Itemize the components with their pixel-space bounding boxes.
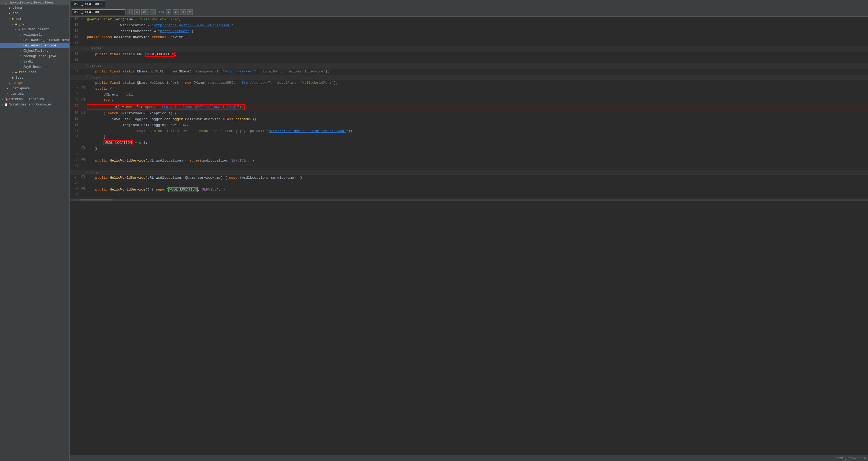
java-icon: C (18, 54, 23, 58)
sidebar-item-helloworld-port[interactable]: C HelloWorld_HelloWorldPort_Client (0, 37, 69, 43)
status-bar: CSDN @ zitwe.cn.# (70, 455, 868, 461)
sidebar-item-package[interactable]: ▾ ◉ ws.demo.client (0, 27, 69, 32)
tab-close-button[interactable]: ✕ (100, 3, 102, 6)
code-line-32: 32 .log(java.util.logging.Level.INFO, (70, 122, 868, 128)
line-num-21: 21 (70, 40, 81, 45)
search-case-button[interactable]: Cc (141, 9, 149, 15)
code-line-31: 31 java.util.logging.Logger.getLogger(He… (70, 116, 868, 122)
sidebar-item-gitignore[interactable]: ■ .gitignore (0, 86, 69, 91)
code-line-26: 26 static { (70, 86, 868, 92)
scratches-icon: 📋 (4, 103, 8, 107)
code-line-41: 41 (70, 164, 868, 170)
sidebar-item-label: jaxws_factory_bean_client (9, 1, 53, 4)
line-num-31: 31 (70, 116, 81, 121)
sidebar-item-packageinfo[interactable]: C package-info.java (0, 54, 69, 59)
sidebar-item-label: ObjectFactory (23, 49, 49, 53)
gutter-28 (81, 98, 86, 102)
sidebar-item-sayhiresponse[interactable]: C SayHiResponse (0, 64, 69, 70)
code-content-25: public final static QName HelloWorldPort… (86, 80, 868, 86)
line-num-36: 36 (70, 146, 81, 150)
code-content-41 (86, 164, 868, 165)
sidebar-item-idea[interactable]: ▸ ■ .idea (0, 5, 69, 11)
java-icon: C (18, 49, 23, 53)
sidebar-item-label: External Libraries (9, 97, 44, 101)
code-line-23: 23 (70, 57, 868, 63)
code-line-34: 34 } (70, 134, 868, 140)
usage-text-1: 4 usages (86, 47, 101, 51)
usage-line-4: 1 usage (70, 170, 868, 175)
code-content-21 (86, 40, 868, 41)
line-num-34: 34 (70, 134, 81, 139)
code-line-38: 38 public HelloWorldService(URL wsdlLoca… (70, 158, 868, 164)
arrow-icon: ▸ (12, 71, 13, 74)
sidebar-item-test[interactable]: ▸ ■ test (0, 75, 69, 81)
folder-icon: ■ (7, 11, 11, 16)
java-icon: C (18, 65, 23, 69)
search-refresh-button[interactable]: ↻ (134, 9, 140, 15)
line-num-28: 28 (70, 98, 81, 102)
line-num-41: 41 (70, 164, 81, 168)
line-num-45: 45 (70, 181, 81, 185)
line-num-26: 26 (70, 86, 81, 90)
sidebar-item-label: .gitignore (10, 87, 30, 90)
arrow-icon: ▸ (2, 98, 3, 101)
main-editor: WSDL_LOCATION ✕ ✕ ↻ Cc ★ 1/4 ▲ ▼ ⊞ ⊤ 17 … (70, 0, 868, 461)
search-prev-button[interactable]: ▲ (166, 9, 172, 15)
code-editor[interactable]: 17 @WebServiceClient(name = "HelloWorldS… (70, 17, 868, 455)
line-num-38: 38 (70, 158, 81, 162)
gutter-42 (81, 175, 86, 179)
sidebar-item-java[interactable]: ▾ ■ java (0, 22, 69, 27)
libs-icon: 📚 (4, 97, 8, 102)
scrollbar-thumb[interactable] (81, 199, 113, 200)
line-num-25: 25 (70, 80, 81, 84)
sidebar-item-root[interactable]: ▾ 🗂 jaxws_factory_bean_client (0, 0, 69, 5)
sidebar-item-scratches[interactable]: ▸ 📋 Scratches and Consoles (0, 102, 69, 107)
code-content-20: public class HelloWorldService extends S… (86, 34, 868, 40)
arrow-icon: ▸ (5, 7, 7, 10)
sidebar-item-objectfactory[interactable]: C ObjectFactory (0, 48, 69, 54)
sidebar-item-target[interactable]: ▸ ■ target (0, 81, 69, 86)
search-next-button[interactable]: ▼ (173, 9, 179, 15)
search-word-button[interactable]: ★ (150, 9, 156, 15)
search-options-button[interactable]: ⊞ (180, 9, 186, 15)
line-num-24: 24 (70, 69, 81, 73)
code-line-29: 29 url = new URL( spec: "http://localhos… (70, 104, 868, 111)
sidebar-item-src[interactable]: ▾ ■ src (0, 11, 69, 16)
sidebar-item-helloworld[interactable]: C HelloWorld (0, 32, 69, 37)
line-num-33: 33 (70, 128, 81, 133)
sidebar-item-helloworldservice[interactable]: C HelloWorldService (0, 43, 69, 48)
sidebar-item-pom[interactable]: M pom.xml (0, 91, 69, 96)
line-num-22: 22 (70, 52, 81, 56)
arrow-icon: ▸ (5, 82, 7, 85)
line-num-18: 18 (70, 23, 81, 27)
code-content-32: .log(java.util.logging.Level.INFO, (86, 122, 868, 128)
folder-icon: ■ (10, 76, 15, 80)
code-line-33: 33 msg: "Can not initialize the default … (70, 128, 868, 134)
code-content-49 (86, 193, 868, 194)
code-line-20: 20 public class HelloWorldService extend… (70, 34, 868, 40)
horizontal-scrollbar[interactable] (70, 199, 868, 201)
sidebar-item-sayhi[interactable]: C SayHi (0, 59, 69, 64)
sidebar-item-extlibs[interactable]: ▸ 📚 External Libraries (0, 96, 69, 102)
search-close-button[interactable]: ✕ (127, 9, 133, 15)
line-num-30: 30 (70, 111, 81, 115)
code-line-21: 21 (70, 40, 868, 46)
search-input[interactable] (72, 9, 125, 15)
sidebar-item-label: HelloWorldService (23, 44, 56, 48)
arrow-icon: ▾ (15, 28, 17, 31)
code-line-28: 28 try { (70, 98, 868, 104)
usage-line-1: 4 usages (70, 46, 868, 52)
tab-bar: WSDL_LOCATION ✕ (70, 0, 868, 8)
code-line-22: 22 public final static URL WSDL_LOCATION… (70, 52, 868, 57)
line-num-27: 27 (70, 92, 81, 96)
code-line-42: 42 public HelloWorldService(URL wsdlLoca… (70, 175, 868, 181)
sidebar-item-resources[interactable]: ▸ ■ resources (0, 70, 69, 75)
sidebar-item-main[interactable]: ▾ ■ main (0, 16, 69, 22)
sidebar-item-label: pom.xml (10, 92, 24, 96)
tab-wsdl-location[interactable]: WSDL_LOCATION ✕ (71, 1, 105, 7)
search-filter-button[interactable]: ⊤ (187, 9, 193, 15)
code-content-23 (86, 57, 868, 58)
line-num-32: 32 (70, 122, 81, 127)
code-content-37 (86, 152, 868, 153)
code-line-27: 27 URL url = null; (70, 92, 868, 98)
